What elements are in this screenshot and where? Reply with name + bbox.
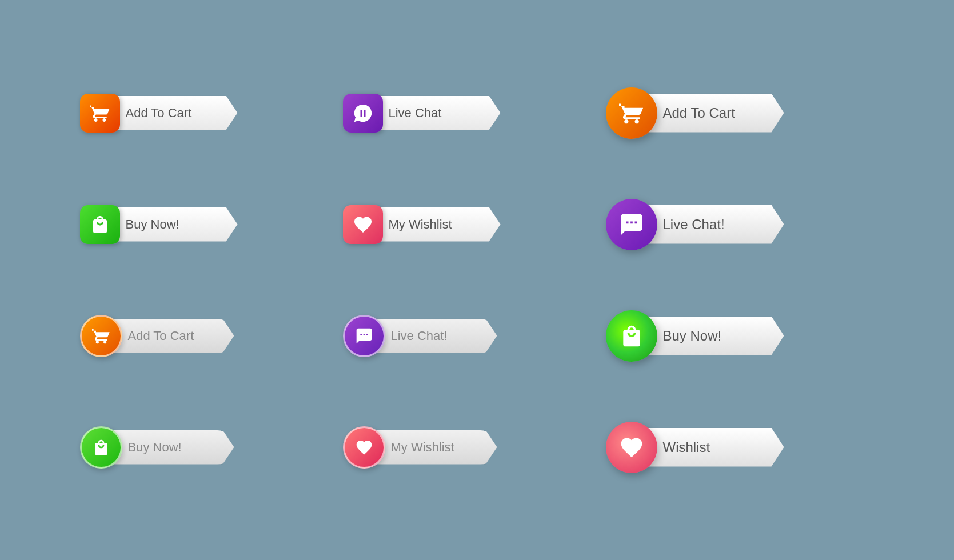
buy-now-label-1: Buy Now!	[112, 207, 238, 242]
wishlist-btn-2[interactable]: My Wishlist	[343, 427, 560, 468]
wishlist-label-1: My Wishlist	[375, 207, 501, 242]
heart-icon-lg-1	[619, 435, 644, 460]
buy-now-btn-1[interactable]: Buy Now!	[80, 205, 297, 244]
cart-icon-2	[92, 327, 110, 345]
chat-icon-circle-2	[343, 315, 385, 357]
wishlist-label-3: Wishlist	[647, 428, 784, 467]
bag-icon-1	[90, 214, 110, 235]
heart-icon-2	[355, 438, 373, 457]
live-chat-btn-1[interactable]: Live Chat	[343, 94, 560, 133]
cart-icon-1	[90, 103, 110, 123]
cart-icon-circle-1	[80, 315, 122, 357]
add-to-cart-btn-2[interactable]: Add To Cart	[80, 315, 297, 357]
live-chat-label-3: Live Chat!	[647, 205, 784, 244]
heart-icon-box-1	[343, 205, 383, 244]
svg-point-1	[364, 107, 366, 110]
chat-icon-1	[353, 103, 373, 123]
cart-icon-box-1	[80, 94, 120, 133]
wishlist-btn-1[interactable]: My Wishlist	[343, 205, 560, 244]
heart-icon-circle-lg-1	[606, 422, 657, 473]
buy-now-btn-2[interactable]: Buy Now!	[80, 427, 297, 468]
wishlist-label-2: My Wishlist	[377, 430, 497, 465]
bag-icon-lg-1	[619, 323, 644, 349]
buy-now-btn-3[interactable]: Buy Now!	[606, 313, 823, 359]
live-chat-label-2: Live Chat!	[377, 319, 497, 353]
heart-icon-circle-1	[343, 426, 385, 469]
add-to-cart-label-2: Add To Cart	[114, 319, 234, 353]
add-to-cart-btn-1[interactable]: Add To Cart	[80, 94, 297, 133]
chat-icon-2	[355, 327, 373, 345]
bag-icon-box-1	[80, 205, 120, 244]
add-to-cart-label-1: Add To Cart	[112, 96, 238, 130]
heart-icon-1	[353, 214, 373, 235]
chat-icon-box-1	[343, 94, 383, 133]
cart-icon-lg-1	[619, 101, 644, 126]
live-chat-btn-3[interactable]: Live Chat!	[606, 202, 823, 247]
cart-icon-circle-lg-1	[606, 87, 657, 139]
chat-icon-circle-lg-1	[606, 199, 657, 250]
live-chat-label-1: Live Chat	[375, 96, 501, 130]
bag-icon-circle-lg-1	[606, 310, 657, 362]
wishlist-btn-3[interactable]: Wishlist	[606, 425, 823, 470]
add-to-cart-btn-3[interactable]: Add To Cart	[606, 90, 823, 136]
add-to-cart-label-3: Add To Cart	[647, 94, 784, 133]
buy-now-label-2: Buy Now!	[114, 430, 234, 465]
bag-icon-2	[92, 438, 110, 457]
live-chat-btn-2[interactable]: Live Chat!	[343, 315, 560, 357]
buy-now-label-3: Buy Now!	[647, 317, 784, 355]
chat-icon-lg-2	[619, 212, 644, 237]
svg-point-0	[359, 107, 361, 110]
bag-icon-circle-1	[80, 426, 122, 469]
